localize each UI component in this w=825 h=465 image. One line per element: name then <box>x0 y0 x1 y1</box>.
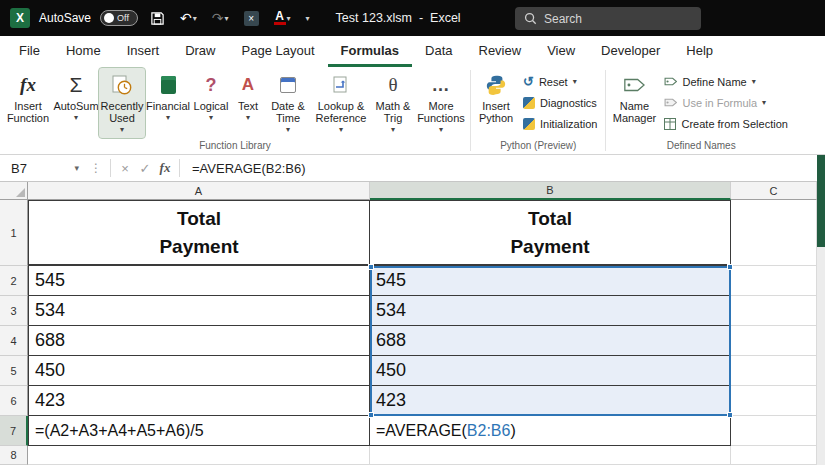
cell-b3[interactable]: 534 <box>370 296 731 326</box>
redo-icon: ↷ <box>212 10 224 26</box>
lookup-reference-button[interactable]: Lookup & Reference ▾ <box>311 68 371 138</box>
cell-b5[interactable]: 450 <box>370 356 731 386</box>
group-python: Insert Python ↺ Reset ▾ Diagnostics Init… <box>471 67 605 154</box>
define-name-button[interactable]: Define Name ▾ <box>659 71 792 92</box>
tab-insert[interactable]: Insert <box>114 36 173 67</box>
cell-a8[interactable] <box>28 446 370 465</box>
save-button[interactable] <box>147 9 168 28</box>
qat-extra-button[interactable]: × <box>241 9 262 28</box>
cell-b2[interactable]: 545 <box>370 266 731 296</box>
cell-a3[interactable]: 534 <box>28 296 370 326</box>
enter-button[interactable]: ✓ <box>135 161 155 176</box>
more-functions-button[interactable]: … More Functions ▾ <box>415 68 467 138</box>
tab-home[interactable]: Home <box>53 36 114 67</box>
undo-button[interactable]: ↶ ▾ <box>177 8 200 28</box>
column-header-row: A B C <box>0 182 817 200</box>
cell-a1[interactable]: Total Payment <box>28 200 370 266</box>
insert-function-fx-button[interactable]: fx <box>155 160 175 176</box>
math-trig-button[interactable]: θ Math & Trig ▾ <box>371 68 415 138</box>
undo-icon: ↶ <box>180 10 192 26</box>
vertical-scrollbar[interactable] <box>817 155 825 465</box>
text-button[interactable]: A Text ▾ <box>231 68 265 126</box>
tab-developer[interactable]: Developer <box>588 36 673 67</box>
cell-a2[interactable]: 545 <box>28 266 370 296</box>
row-header-7[interactable]: 7 <box>0 416 28 446</box>
search-box[interactable]: Search <box>515 7 701 30</box>
cell-c6[interactable] <box>731 386 817 416</box>
redo-button[interactable]: ↷ ▾ <box>209 8 232 28</box>
row-header-1[interactable]: 1 <box>0 200 28 266</box>
toggle-knob <box>104 13 114 23</box>
tab-draw[interactable]: Draw <box>172 36 228 67</box>
column-header-c[interactable]: C <box>731 182 817 200</box>
chevron-down-icon: ▾ <box>762 98 766 107</box>
autosum-button[interactable]: Σ AutoSum ▾ <box>53 68 99 126</box>
tab-review[interactable]: Review <box>466 36 535 67</box>
create-from-selection-button[interactable]: Create from Selection <box>659 113 792 134</box>
cell-b1[interactable]: Total Payment <box>370 200 731 266</box>
diagnostics-button[interactable]: Diagnostics <box>518 92 602 113</box>
tab-file[interactable]: File <box>6 36 53 67</box>
reset-icon: ↺ <box>523 74 534 89</box>
chevron-down-icon: ▾ <box>306 14 310 23</box>
row-header-6[interactable]: 6 <box>0 386 28 416</box>
cell-c4[interactable] <box>731 326 817 356</box>
tab-data[interactable]: Data <box>412 36 465 67</box>
chevron-down-icon: ▾ <box>287 14 291 23</box>
column-header-b[interactable]: B <box>370 182 731 200</box>
tab-help[interactable]: Help <box>673 36 726 67</box>
python-icon <box>485 74 507 96</box>
insert-python-button[interactable]: Insert Python <box>474 68 518 126</box>
cell-b4[interactable]: 688 <box>370 326 731 356</box>
logical-button[interactable]: ? Logical ▾ <box>191 68 231 126</box>
recently-used-button[interactable]: Recently Used ▾ <box>99 68 145 138</box>
cell-a6[interactable]: 423 <box>28 386 370 416</box>
font-color-button[interactable]: A ▾ <box>271 9 294 27</box>
scrollbar-thumb[interactable] <box>817 155 825 247</box>
formula-bar-handle[interactable]: ⋮ <box>86 161 106 175</box>
cell-b6[interactable]: 423 <box>370 386 731 416</box>
insert-function-button[interactable]: fx Insert Function <box>3 68 53 126</box>
financial-button[interactable]: Financial ▾ <box>145 68 191 126</box>
cell-a7[interactable]: =(A2+A3+A4+A5+A6)/5 <box>28 416 370 446</box>
column-header-a[interactable]: A <box>28 182 370 200</box>
initialization-button[interactable]: Initialization <box>518 113 602 134</box>
tab-view[interactable]: View <box>534 36 588 67</box>
cell-c5[interactable] <box>731 356 817 386</box>
excel-logo-icon[interactable]: X <box>10 8 30 28</box>
name-manager-button[interactable]: Name Manager <box>609 68 659 126</box>
grid-row-1: 1 Total Payment Total Payment <box>0 200 817 266</box>
name-box-value: B7 <box>11 161 27 176</box>
cell-c2[interactable] <box>731 266 817 296</box>
cell-b8[interactable] <box>370 446 731 465</box>
tab-page-layout[interactable]: Page Layout <box>229 36 328 67</box>
autosave-toggle[interactable]: Off <box>100 10 138 26</box>
name-box[interactable]: B7 ▾ <box>0 155 86 181</box>
reset-button[interactable]: ↺ Reset ▾ <box>518 71 602 92</box>
cell-c8[interactable] <box>731 446 817 465</box>
divider <box>110 159 111 177</box>
row-header-4[interactable]: 4 <box>0 326 28 356</box>
cell-a5[interactable]: 450 <box>28 356 370 386</box>
tab-formulas[interactable]: Formulas <box>328 36 413 67</box>
button-label: More Functions <box>417 100 465 124</box>
cell-c1[interactable] <box>731 200 817 266</box>
document-title: Test 123.xlsm - Excel <box>336 11 461 25</box>
date-time-button[interactable]: Date & Time ▾ <box>265 68 311 138</box>
button-label: Insert Function <box>5 100 51 124</box>
cancel-button[interactable]: × <box>115 161 135 176</box>
cell-b7[interactable]: =AVERAGE(B2:B6) <box>370 416 731 446</box>
cell-c7[interactable] <box>731 416 817 446</box>
row-header-3[interactable]: 3 <box>0 296 28 326</box>
customize-qat-button[interactable]: ▾ <box>303 12 313 25</box>
row-header-5[interactable]: 5 <box>0 356 28 386</box>
use-in-formula-button[interactable]: Use in Formula ▾ <box>659 92 792 113</box>
cell-c3[interactable] <box>731 296 817 326</box>
formula-input[interactable]: =AVERAGE(B2:B6) <box>184 161 825 176</box>
row-header-8[interactable]: 8 <box>0 446 28 465</box>
grid-row-4: 4 688 688 <box>0 326 817 356</box>
button-label: Financial <box>146 100 190 112</box>
select-all-corner[interactable] <box>0 182 28 200</box>
cell-a4[interactable]: 688 <box>28 326 370 356</box>
row-header-2[interactable]: 2 <box>0 266 28 296</box>
